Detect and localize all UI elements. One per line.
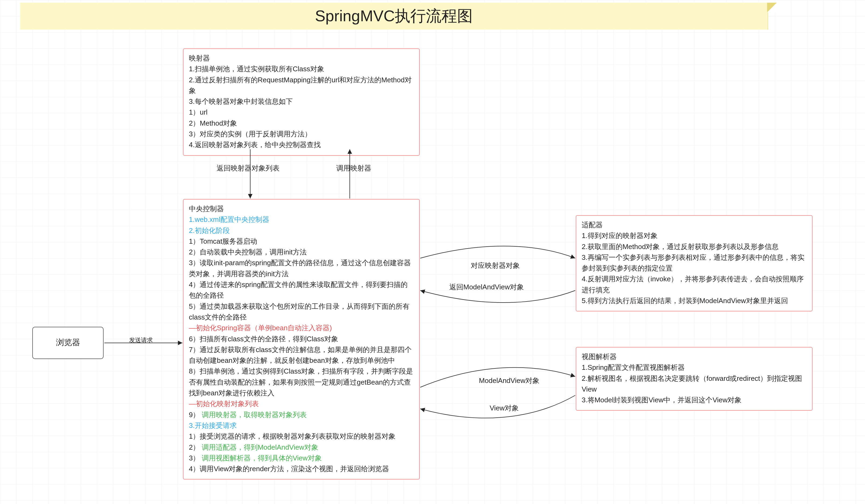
dispatcher-line: 2） 调用适配器，得到ModelAndView对象 [189, 442, 414, 453]
dispatcher-line: 1）接受浏览器的请求，根据映射器对象列表获取对应的映射器对象 [189, 431, 414, 442]
dispatcher-heading: 中央控制器 [189, 203, 414, 214]
viewresolver-line: 2.解析视图名，根据视图名决定要跳转（forward或redirect）到指定视… [582, 373, 807, 395]
dispatcher-line: 5）通过类加载器来获取这个包所对应的工作目录，从而得到下面的所有class文件的… [189, 301, 414, 323]
node-browser: 浏览器 [32, 327, 104, 359]
mapper-line: 3）对应类的实例（用于反射调用方法） [189, 129, 414, 139]
adapter-heading: 适配器 [582, 220, 807, 230]
dispatcher-line: 3） 调用视图解析器，得到具体的View对象 [189, 453, 414, 464]
edge-from-viewresolver: View对象 [490, 403, 519, 413]
mapper-line: 1）url [189, 107, 414, 118]
dispatcher-bullet: 3） [189, 454, 200, 462]
dispatcher-red: —初始化Spring容器（单例bean自动注入容器) [189, 323, 414, 333]
adapter-line: 3.再编写一个实参列表与形参列表相对应，通过形参列表中的信息，将实参封装到实参列… [582, 252, 807, 274]
dispatcher-line: 6）扫描所有class文件的全路径，得到Class对象 [189, 333, 414, 344]
mapper-line: 4.返回映射器对象列表，给中央控制器查找 [189, 139, 414, 150]
dispatcher-line: 7）通过反射获取所有class文件的注解信息，如果是单例的并且是那四个自动创建b… [189, 344, 414, 366]
dispatcher-line: 8）扫描单例池，通过实例得到Class对象，扫描所有字段，并判断字段是否有属性自… [189, 366, 414, 398]
dispatcher-line: 4）调用View对象的render方法，渲染这个视图，并返回给浏览器 [189, 464, 414, 474]
dispatcher-blue: 3.开始接受请求 [189, 420, 414, 431]
node-adapter: 适配器 1.得到对应的映射器对象 2.获取里面的Method对象，通过反射获取形… [576, 215, 812, 312]
adapter-line: 5.得到方法执行后返回的结果，封装到ModelAndView对象里并返回 [582, 295, 807, 306]
edge-to-viewresolver: ModelAndView对象 [479, 376, 540, 385]
dispatcher-red: —初始化映射对象列表 [189, 398, 414, 409]
viewresolver-line: 3.将Model封装到视图View中，并返回这个View对象 [582, 395, 807, 405]
title-dog-ear [767, 3, 777, 12]
dispatcher-blue: 1.web.xml配置中央控制器 [189, 214, 414, 225]
edge-return-mapper-list: 返回映射器对象列表 [217, 164, 279, 173]
dispatcher-line: 9） 调用映射器，取得映射器对象列表 [189, 409, 414, 420]
node-dispatcher: 中央控制器 1.web.xml配置中央控制器 2.初始化阶段 1）Tomcat服… [183, 199, 420, 480]
mapper-heading: 映射器 [189, 53, 414, 63]
edge-to-adapter: 对应映射器对象 [471, 261, 520, 270]
edge-send-request: 发送请求 [129, 336, 153, 344]
title-banner: SpringMVC执行流程图 [20, 3, 768, 30]
dispatcher-green: 调用适配器，得到ModelAndView对象 [202, 443, 318, 451]
node-mapper: 映射器 1.扫描单例池，通过实例获取所有Class对象 2.通过反射扫描所有的R… [183, 48, 420, 156]
mapper-line: 3.每个映射器对象中封装信息如下 [189, 96, 414, 107]
adapter-line: 4.反射调用对应方法（invoke），并将形参列表传进去，会自动按照顺序进行填充 [582, 273, 807, 295]
dispatcher-line: 4）通过传进来的spring配置文件的属性来读取配置文件，得到要扫描的包的全路径 [189, 279, 414, 301]
viewresolver-line: 1.Spring配置文件配置视图解析器 [582, 362, 807, 373]
edge-call-mapper: 调用映射器 [336, 164, 371, 173]
dispatcher-blue: 2.初始化阶段 [189, 225, 414, 236]
mapper-line: 2.通过反射扫描所有的RequestMapping注解的url和对应方法的Met… [189, 74, 414, 96]
adapter-line: 2.获取里面的Method对象，通过反射获取形参列表以及形参信息 [582, 241, 807, 252]
dispatcher-bullet: 2） [189, 443, 200, 451]
edge-from-adapter: 返回ModelAndView对象 [449, 282, 524, 292]
viewresolver-heading: 视图解析器 [582, 351, 807, 362]
browser-label: 浏览器 [56, 336, 80, 349]
dispatcher-green: 调用视图解析器，得到具体的View对象 [202, 454, 322, 462]
adapter-line: 1.得到对应的映射器对象 [582, 230, 807, 241]
dispatcher-line: 3）读取init-param的spring配置文件的路径信息，通过这个信息创建容… [189, 257, 414, 279]
node-viewresolver: 视图解析器 1.Spring配置文件配置视图解析器 2.解析视图名，根据视图名决… [576, 347, 812, 411]
dispatcher-green: 调用映射器，取得映射器对象列表 [202, 411, 307, 419]
dispatcher-line: 1）Tomcat服务器启动 [189, 236, 414, 247]
mapper-line: 2）Method对象 [189, 118, 414, 129]
dispatcher-bullet: 9） [189, 411, 200, 419]
dispatcher-line: 2）自动装载中央控制器，调用init方法 [189, 247, 414, 257]
mapper-line: 1.扫描单例池，通过实例获取所有Class对象 [189, 63, 414, 74]
title-text: SpringMVC执行流程图 [315, 5, 473, 27]
